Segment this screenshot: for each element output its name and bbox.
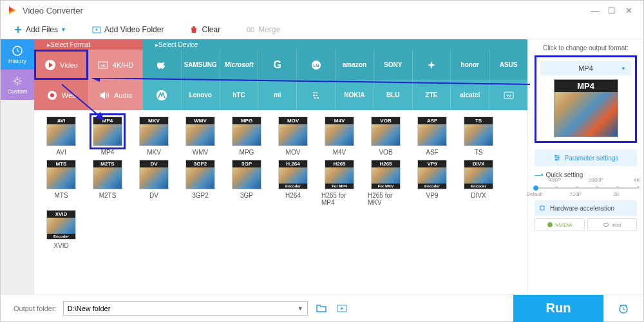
format-item-dv[interactable]: DVDV [136, 160, 172, 206]
svg-point-6 [15, 79, 19, 83]
format-thumb: WMV [185, 117, 215, 146]
output-folder-input[interactable]: D:\New folder ▼ [63, 301, 308, 316]
svg-rect-19 [316, 95, 317, 96]
format-item-h264[interactable]: H.264EncoderH264 [275, 160, 311, 206]
category-video[interactable]: Video [34, 50, 88, 80]
format-badge: DV [140, 160, 168, 167]
schedule-button[interactable] [616, 301, 630, 316]
format-badge: TS [464, 117, 493, 124]
brand-blu[interactable]: BLU [374, 80, 412, 110]
format-thumb: TS [464, 117, 493, 146]
add-files-button[interactable]: Add Files ▼ [14, 25, 66, 34]
brand-tv[interactable]: TV [489, 80, 527, 110]
sidebar-tab-history[interactable]: History [1, 39, 34, 70]
format-label: XVID [53, 242, 68, 249]
format-item-m4v[interactable]: M4VM4V [321, 117, 357, 156]
brand-nokia[interactable]: NOKIA [335, 80, 374, 110]
format-item-mov[interactable]: MOVMOV [275, 117, 311, 156]
format-item-h265-for-mp4[interactable]: H265For MP4H265 for MP4 [321, 160, 357, 206]
play-icon [44, 59, 56, 71]
format-item-mts[interactable]: MTSMTS [43, 160, 79, 206]
format-thumb: XVIDEncoder [46, 210, 76, 240]
add-folder-button[interactable]: Add Video Folder [92, 25, 164, 34]
merge-button[interactable]: Merge [246, 25, 280, 34]
format-item-mkv[interactable]: MKVMKV [136, 117, 172, 156]
brand-xiaomi[interactable]: mi [258, 80, 296, 110]
format-subbadge: Encoder [464, 184, 493, 189]
brand-apple[interactable] [142, 50, 181, 80]
format-badge: XVID [47, 211, 75, 218]
brand-asus[interactable]: ASUS [489, 50, 527, 80]
format-label: AVI [56, 149, 66, 156]
brand-motorola[interactable] [142, 80, 181, 110]
output-format-box: MP4 MP4 [535, 55, 637, 143]
brand-alcatel[interactable]: alcatel [450, 80, 489, 110]
format-item-vob[interactable]: VOBVOB [368, 117, 404, 156]
browse-folder-button[interactable] [314, 301, 328, 316]
format-item-wmv[interactable]: WMVWMV [182, 117, 218, 156]
format-item-divx[interactable]: DIVXEncoderDIVX [460, 160, 497, 206]
format-badge: MP4 [93, 117, 122, 124]
format-label: DV [149, 192, 158, 199]
slider-tick-default: Default [526, 191, 542, 197]
format-item-ts[interactable]: TSTS [460, 117, 497, 156]
format-item-mp4[interactable]: MP4MP4 [90, 117, 126, 156]
clear-button[interactable]: Clear [189, 25, 220, 34]
category-audio[interactable]: Audio [88, 80, 142, 110]
caret-down-icon: ▼ [61, 26, 66, 33]
quality-slider[interactable]: 480P 1080P 4K Default 720P 2K [535, 181, 637, 196]
format-item-3gp[interactable]: 3GP3GP [229, 160, 265, 206]
app-title: Video Converter [23, 6, 83, 15]
brand-samsung[interactable]: SAMSUNG [181, 50, 220, 80]
folder-video-button[interactable] [335, 301, 349, 316]
run-button[interactable]: Run [513, 295, 603, 322]
format-item-xvid[interactable]: XVIDEncoderXVID [43, 210, 79, 249]
hardware-acceleration-toggle[interactable]: Hardware acceleration [535, 200, 637, 216]
category-4k[interactable]: 4K 4K/HD [88, 50, 142, 80]
format-item-3gp2[interactable]: 3GP23GP2 [182, 160, 218, 206]
format-item-m2ts[interactable]: M2TSM2TS [90, 160, 126, 206]
brand-lenovo[interactable]: Lenovo [181, 80, 220, 110]
brand-amazon[interactable]: amazon [335, 50, 374, 80]
format-item-h265-for-mkv[interactable]: H265For MKVH265 for MKV [368, 160, 404, 206]
brand-zte[interactable]: ZTE [412, 80, 451, 110]
format-label: 3GP2 [192, 192, 209, 199]
output-format-dropdown[interactable]: MP4 [540, 61, 631, 75]
brand-lg[interactable]: LG [296, 50, 335, 80]
clock-icon [617, 302, 630, 315]
format-subbadge: Encoder [47, 234, 75, 239]
format-item-mpg[interactable]: MPGMPG [229, 117, 265, 156]
category-web[interactable]: Web [34, 80, 88, 110]
4k-label: 4K/HD [113, 61, 133, 69]
format-item-vp9[interactable]: VP9EncoderVP9 [414, 160, 450, 206]
intel-chip[interactable]: Intel [587, 218, 638, 231]
format-item-avi[interactable]: AVIAVI [43, 117, 79, 156]
left-sidebar: History Custom [1, 39, 34, 294]
format-badge: H.264 [279, 160, 307, 167]
format-badge: VOB [372, 117, 400, 124]
format-thumb: VP9Encoder [417, 160, 447, 189]
nvidia-icon [547, 222, 553, 228]
format-item-asf[interactable]: ASFASF [414, 117, 450, 156]
brand-blackberry[interactable] [296, 80, 335, 110]
brand-htc[interactable]: hTC [220, 80, 258, 110]
minimize-button[interactable]: — [587, 2, 603, 19]
brand-honor[interactable]: honor [450, 50, 489, 80]
format-label: ASF [426, 149, 438, 156]
output-format-preview[interactable]: MP4 [554, 79, 618, 137]
maximize-button[interactable]: ☐ [603, 2, 620, 19]
format-badge: ASF [418, 117, 446, 124]
format-label: 3GP [240, 192, 253, 199]
brand-microsoft[interactable]: Microsoft [220, 50, 258, 80]
nvidia-chip[interactable]: NVIDIA [535, 218, 585, 231]
merge-label: Merge [258, 25, 280, 34]
parameter-settings-button[interactable]: Parameter settings [535, 149, 637, 166]
brand-google[interactable]: G [258, 50, 296, 80]
custom-label: Custom [7, 88, 27, 95]
close-button[interactable]: ✕ [620, 2, 637, 19]
brand-label: Microsoft [224, 61, 253, 68]
sidebar-tab-custom[interactable]: Custom [1, 70, 34, 100]
brand-huawei[interactable] [412, 50, 451, 80]
hw-accel-label: Hardware acceleration [550, 205, 614, 212]
brand-sony[interactable]: SONY [374, 50, 412, 80]
